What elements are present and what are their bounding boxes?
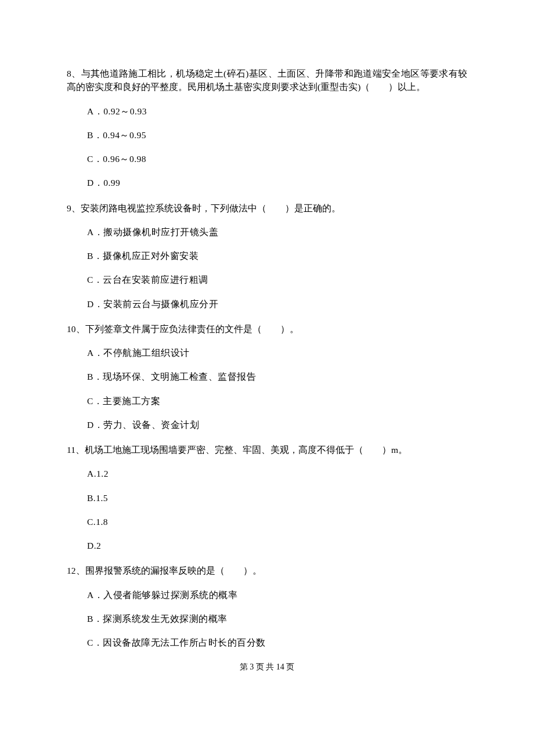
question-text: 9、安装闭路电视监控系统设备时，下列做法中（ ）是正确的。 <box>67 201 467 215</box>
question-text: 11、机场工地施工现场围墙要严密、完整、牢固、美观，高度不得低于（ ）m。 <box>67 443 467 456</box>
option-c: C.1.8 <box>87 515 467 528</box>
question-body: 安装闭路电视监控系统设备时，下列做法中（ ）是正确的。 <box>81 203 341 213</box>
question-9: 9、安装闭路电视监控系统设备时，下列做法中（ ）是正确的。 A．搬动摄像机时应打… <box>67 201 467 311</box>
question-number: 9、 <box>67 203 81 213</box>
question-body: 与其他道路施工相比，机场稳定土(碎石)基区、土面区、升降带和跑道端安全地区等要求… <box>67 69 467 92</box>
option-b: B.1.5 <box>87 491 467 505</box>
option-c: C．因设备故障无法工作所占时长的百分数 <box>87 636 467 649</box>
option-d: D.2 <box>87 539 467 552</box>
page-footer: 第 3 页 共 14 页 <box>67 661 467 673</box>
option-a: A．不停航施工组织设计 <box>87 346 467 359</box>
option-c: C．云台在安装前应进行粗调 <box>87 273 467 286</box>
question-8: 8、与其他道路施工相比，机场稳定土(碎石)基区、土面区、升降带和跑道端安全地区等… <box>67 67 467 190</box>
question-10: 10、下列签章文件属于应负法律责任的文件是（ ）。 A．不停航施工组织设计 B．… <box>67 322 467 431</box>
document-page: 8、与其他道路施工相比，机场稳定土(碎石)基区、土面区、升降带和跑道端安全地区等… <box>0 0 534 756</box>
option-a: A．0.92～0.93 <box>87 105 467 118</box>
option-b: B．探测系统发生无效探测的概率 <box>87 612 467 625</box>
question-12: 12、围界报警系统的漏报率反映的是（ ）。 A．入侵者能够躲过探测系统的概率 B… <box>67 564 467 649</box>
question-text: 8、与其他道路施工相比，机场稳定土(碎石)基区、土面区、升降带和跑道端安全地区等… <box>67 67 467 94</box>
option-a: A．入侵者能够躲过探测系统的概率 <box>87 588 467 602</box>
option-a: A.1.2 <box>87 467 467 480</box>
question-11: 11、机场工地施工现场围墙要严密、完整、牢固、美观，高度不得低于（ ）m。 A.… <box>67 443 467 552</box>
question-body: 下列签章文件属于应负法律责任的文件是（ ）。 <box>85 324 299 334</box>
option-b: B．现场环保、文明施工检查、监督报告 <box>87 370 467 383</box>
question-number: 10、 <box>67 324 85 334</box>
option-d: D．安装前云台与摄像机应分开 <box>87 297 467 311</box>
question-number: 11、 <box>67 445 85 455</box>
question-text: 12、围界报警系统的漏报率反映的是（ ）。 <box>67 564 467 577</box>
question-text: 10、下列签章文件属于应负法律责任的文件是（ ）。 <box>67 322 467 336</box>
question-number: 12、 <box>67 566 85 575</box>
option-a: A．搬动摄像机时应打开镜头盖 <box>87 225 467 239</box>
option-b: B．摄像机应正对外窗安装 <box>87 249 467 262</box>
option-b: B．0.94～0.95 <box>87 128 467 142</box>
question-number: 8、 <box>67 69 81 78</box>
question-body: 机场工地施工现场围墙要严密、完整、牢固、美观，高度不得低于（ ）m。 <box>85 445 407 455</box>
option-c: C．0.96～0.98 <box>87 152 467 165</box>
question-body: 围界报警系统的漏报率反映的是（ ）。 <box>85 566 262 575</box>
option-c: C．主要施工方案 <box>87 394 467 408</box>
option-d: D．劳力、设备、资金计划 <box>87 418 467 431</box>
option-d: D．0.99 <box>87 176 467 189</box>
